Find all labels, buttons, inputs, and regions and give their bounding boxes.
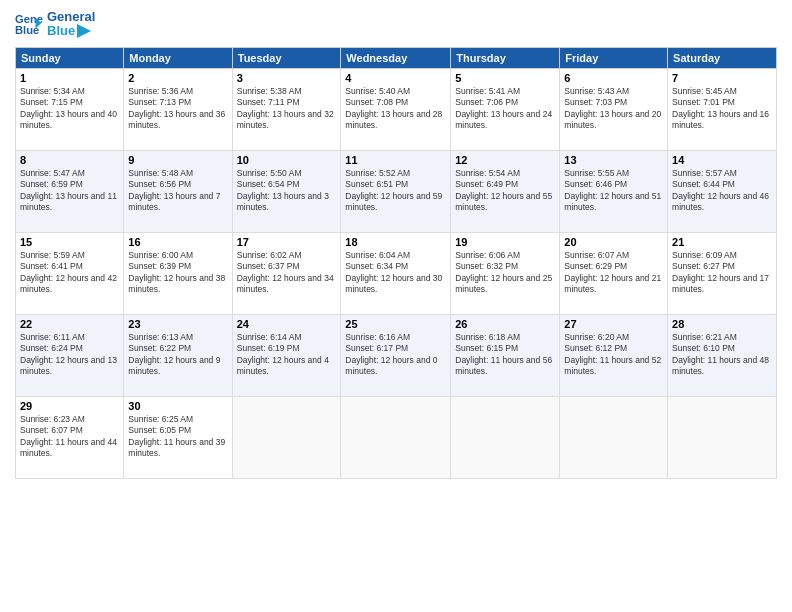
calendar-cell: 22Sunrise: 6:11 AMSunset: 6:24 PMDayligh…: [16, 314, 124, 396]
day-number: 28: [672, 318, 772, 330]
calendar-cell: 14Sunrise: 5:57 AMSunset: 6:44 PMDayligh…: [668, 150, 777, 232]
day-number: 8: [20, 154, 119, 166]
day-info: Sunrise: 6:04 AMSunset: 6:34 PMDaylight:…: [345, 250, 446, 296]
weekday-header: Wednesday: [341, 47, 451, 68]
calendar-cell: 17Sunrise: 6:02 AMSunset: 6:37 PMDayligh…: [232, 232, 341, 314]
weekday-header: Thursday: [451, 47, 560, 68]
day-info: Sunrise: 5:45 AMSunset: 7:01 PMDaylight:…: [672, 86, 772, 132]
calendar-cell: 23Sunrise: 6:13 AMSunset: 6:22 PMDayligh…: [124, 314, 232, 396]
day-info: Sunrise: 6:25 AMSunset: 6:05 PMDaylight:…: [128, 414, 227, 460]
calendar-cell: 16Sunrise: 6:00 AMSunset: 6:39 PMDayligh…: [124, 232, 232, 314]
calendar-cell: 30Sunrise: 6:25 AMSunset: 6:05 PMDayligh…: [124, 396, 232, 478]
day-number: 20: [564, 236, 663, 248]
day-info: Sunrise: 5:52 AMSunset: 6:51 PMDaylight:…: [345, 168, 446, 214]
calendar-week-row: 1Sunrise: 5:34 AMSunset: 7:15 PMDaylight…: [16, 68, 777, 150]
day-info: Sunrise: 6:07 AMSunset: 6:29 PMDaylight:…: [564, 250, 663, 296]
logo-blue: Blue: [47, 24, 97, 38]
day-number: 24: [237, 318, 337, 330]
day-info: Sunrise: 5:57 AMSunset: 6:44 PMDaylight:…: [672, 168, 772, 214]
calendar-cell: [560, 396, 668, 478]
day-number: 27: [564, 318, 663, 330]
calendar-header-row: SundayMondayTuesdayWednesdayThursdayFrid…: [16, 47, 777, 68]
day-number: 13: [564, 154, 663, 166]
day-number: 30: [128, 400, 227, 412]
calendar-cell: 7Sunrise: 5:45 AMSunset: 7:01 PMDaylight…: [668, 68, 777, 150]
calendar-cell: 5Sunrise: 5:41 AMSunset: 7:06 PMDaylight…: [451, 68, 560, 150]
day-info: Sunrise: 5:47 AMSunset: 6:59 PMDaylight:…: [20, 168, 119, 214]
day-info: Sunrise: 5:34 AMSunset: 7:15 PMDaylight:…: [20, 86, 119, 132]
day-number: 3: [237, 72, 337, 84]
weekday-header: Tuesday: [232, 47, 341, 68]
day-info: Sunrise: 6:14 AMSunset: 6:19 PMDaylight:…: [237, 332, 337, 378]
calendar-cell: 11Sunrise: 5:52 AMSunset: 6:51 PMDayligh…: [341, 150, 451, 232]
calendar-cell: 25Sunrise: 6:16 AMSunset: 6:17 PMDayligh…: [341, 314, 451, 396]
day-info: Sunrise: 6:13 AMSunset: 6:22 PMDaylight:…: [128, 332, 227, 378]
day-info: Sunrise: 5:43 AMSunset: 7:03 PMDaylight:…: [564, 86, 663, 132]
day-number: 2: [128, 72, 227, 84]
calendar-cell: 28Sunrise: 6:21 AMSunset: 6:10 PMDayligh…: [668, 314, 777, 396]
day-info: Sunrise: 6:06 AMSunset: 6:32 PMDaylight:…: [455, 250, 555, 296]
day-info: Sunrise: 6:02 AMSunset: 6:37 PMDaylight:…: [237, 250, 337, 296]
calendar-page: General Blue General Blue SundayMonda: [0, 0, 792, 612]
calendar-cell: [668, 396, 777, 478]
calendar-cell: 26Sunrise: 6:18 AMSunset: 6:15 PMDayligh…: [451, 314, 560, 396]
calendar-cell: 8Sunrise: 5:47 AMSunset: 6:59 PMDaylight…: [16, 150, 124, 232]
calendar-table: SundayMondayTuesdayWednesdayThursdayFrid…: [15, 47, 777, 479]
calendar-cell: [341, 396, 451, 478]
weekday-header: Sunday: [16, 47, 124, 68]
day-number: 11: [345, 154, 446, 166]
day-number: 25: [345, 318, 446, 330]
day-number: 5: [455, 72, 555, 84]
logo-general: General: [47, 10, 97, 24]
day-info: Sunrise: 5:55 AMSunset: 6:46 PMDaylight:…: [564, 168, 663, 214]
weekday-header: Friday: [560, 47, 668, 68]
day-number: 7: [672, 72, 772, 84]
day-info: Sunrise: 5:50 AMSunset: 6:54 PMDaylight:…: [237, 168, 337, 214]
calendar-cell: 10Sunrise: 5:50 AMSunset: 6:54 PMDayligh…: [232, 150, 341, 232]
day-number: 18: [345, 236, 446, 248]
day-number: 23: [128, 318, 227, 330]
calendar-cell: 29Sunrise: 6:23 AMSunset: 6:07 PMDayligh…: [16, 396, 124, 478]
day-number: 17: [237, 236, 337, 248]
day-info: Sunrise: 5:48 AMSunset: 6:56 PMDaylight:…: [128, 168, 227, 214]
logo: General Blue General Blue: [15, 10, 97, 39]
calendar-cell: 4Sunrise: 5:40 AMSunset: 7:08 PMDaylight…: [341, 68, 451, 150]
calendar-cell: 3Sunrise: 5:38 AMSunset: 7:11 PMDaylight…: [232, 68, 341, 150]
day-number: 29: [20, 400, 119, 412]
logo-arrow: [77, 24, 97, 38]
calendar-cell: 27Sunrise: 6:20 AMSunset: 6:12 PMDayligh…: [560, 314, 668, 396]
day-info: Sunrise: 5:59 AMSunset: 6:41 PMDaylight:…: [20, 250, 119, 296]
calendar-cell: 21Sunrise: 6:09 AMSunset: 6:27 PMDayligh…: [668, 232, 777, 314]
day-number: 15: [20, 236, 119, 248]
weekday-header: Monday: [124, 47, 232, 68]
calendar-week-row: 29Sunrise: 6:23 AMSunset: 6:07 PMDayligh…: [16, 396, 777, 478]
day-number: 12: [455, 154, 555, 166]
day-number: 19: [455, 236, 555, 248]
calendar-cell: 24Sunrise: 6:14 AMSunset: 6:19 PMDayligh…: [232, 314, 341, 396]
logo-icon: General Blue: [15, 10, 43, 38]
calendar-cell: 9Sunrise: 5:48 AMSunset: 6:56 PMDaylight…: [124, 150, 232, 232]
day-number: 10: [237, 154, 337, 166]
day-info: Sunrise: 6:23 AMSunset: 6:07 PMDaylight:…: [20, 414, 119, 460]
day-number: 22: [20, 318, 119, 330]
calendar-cell: 18Sunrise: 6:04 AMSunset: 6:34 PMDayligh…: [341, 232, 451, 314]
calendar-week-row: 22Sunrise: 6:11 AMSunset: 6:24 PMDayligh…: [16, 314, 777, 396]
calendar-cell: 1Sunrise: 5:34 AMSunset: 7:15 PMDaylight…: [16, 68, 124, 150]
day-number: 9: [128, 154, 227, 166]
svg-marker-3: [77, 24, 91, 38]
day-number: 6: [564, 72, 663, 84]
day-info: Sunrise: 6:11 AMSunset: 6:24 PMDaylight:…: [20, 332, 119, 378]
calendar-cell: [451, 396, 560, 478]
day-info: Sunrise: 5:41 AMSunset: 7:06 PMDaylight:…: [455, 86, 555, 132]
weekday-header: Saturday: [668, 47, 777, 68]
calendar-cell: [232, 396, 341, 478]
calendar-cell: 20Sunrise: 6:07 AMSunset: 6:29 PMDayligh…: [560, 232, 668, 314]
day-info: Sunrise: 6:20 AMSunset: 6:12 PMDaylight:…: [564, 332, 663, 378]
day-info: Sunrise: 5:54 AMSunset: 6:49 PMDaylight:…: [455, 168, 555, 214]
calendar-cell: 12Sunrise: 5:54 AMSunset: 6:49 PMDayligh…: [451, 150, 560, 232]
day-info: Sunrise: 6:09 AMSunset: 6:27 PMDaylight:…: [672, 250, 772, 296]
calendar-cell: 15Sunrise: 5:59 AMSunset: 6:41 PMDayligh…: [16, 232, 124, 314]
calendar-week-row: 8Sunrise: 5:47 AMSunset: 6:59 PMDaylight…: [16, 150, 777, 232]
day-number: 14: [672, 154, 772, 166]
header: General Blue General Blue: [15, 10, 777, 39]
